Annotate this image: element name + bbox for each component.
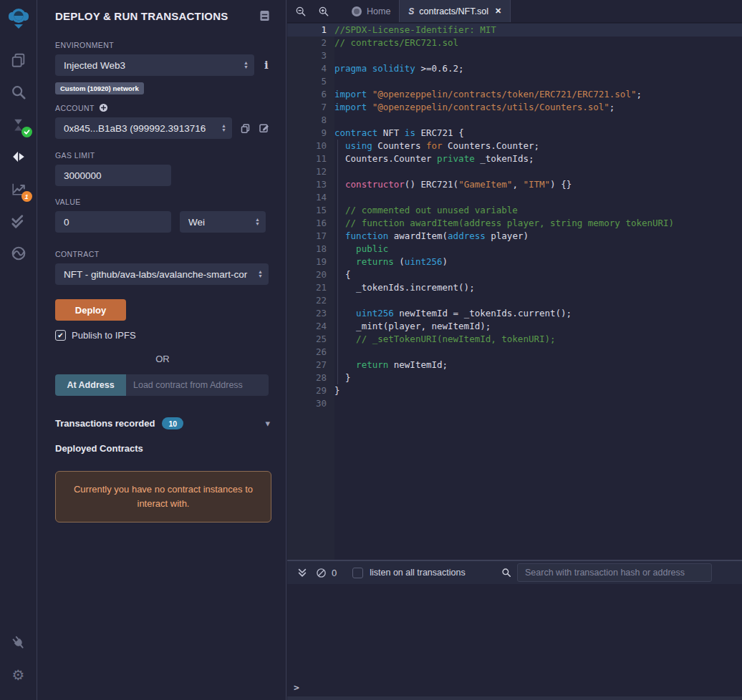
code-line[interactable]: 13 constructor() ERC721("GameItem", "ITM… (287, 178, 742, 191)
line-number[interactable]: 10 (287, 140, 327, 152)
zoom-out-icon[interactable] (292, 0, 310, 22)
line-number[interactable]: 3 (287, 49, 327, 62)
tab-home[interactable]: Home (343, 0, 399, 22)
deploy-button[interactable]: Deploy (55, 299, 126, 321)
terminal-output[interactable]: > (287, 584, 742, 700)
code-line[interactable]: 23 uint256 newItemId = _tokenIds.current… (287, 307, 742, 320)
gas-limit-input[interactable] (55, 165, 171, 186)
code-line[interactable]: 3 (287, 49, 742, 62)
code-line[interactable]: 2// contracts/ERC721.sol (287, 37, 742, 49)
code-line[interactable]: 10 using Counters for Counters.Counter; (287, 140, 742, 152)
line-number[interactable]: 30 (287, 397, 327, 410)
code-line[interactable]: 4pragma solidity >=0.6.2; (287, 62, 742, 75)
code-line[interactable]: 7import "@openzeppelin/contracts/utils/C… (287, 101, 742, 114)
sourcify-icon[interactable] (4, 240, 33, 266)
code-line-text: uint256 newItemId = _tokenIds.current(); (327, 307, 572, 320)
code-line[interactable]: 25 // _setTokenURI(newItemId, tokenURI); (287, 333, 742, 346)
line-number[interactable]: 1 (287, 24, 327, 37)
line-number[interactable]: 27 (287, 359, 327, 371)
code-line[interactable]: 12 (287, 165, 742, 178)
line-number[interactable]: 19 (287, 256, 327, 268)
code-line[interactable]: 28 } (287, 371, 742, 384)
line-number[interactable]: 20 (287, 268, 327, 281)
line-number[interactable]: 26 (287, 346, 327, 359)
code-line[interactable]: 27 return newItemId; (287, 359, 742, 371)
environment-info-icon[interactable]: i (264, 59, 269, 72)
line-number[interactable]: 29 (287, 384, 327, 397)
code-line[interactable]: 9contract NFT is ERC721 { (287, 127, 742, 140)
publish-ipfs-checkbox[interactable]: ✔ (55, 330, 66, 341)
line-number[interactable]: 17 (287, 230, 327, 243)
clear-console-icon[interactable] (312, 563, 330, 582)
code-line[interactable]: 29} (287, 384, 742, 397)
zoom-in-icon[interactable] (314, 0, 333, 22)
search-icon[interactable] (4, 79, 33, 105)
code-line[interactable]: 6import "@openzeppelin/contracts/token/E… (287, 88, 742, 101)
plugin-manager-icon[interactable] (4, 630, 33, 656)
deploy-run-icon[interactable] (4, 144, 33, 170)
line-number[interactable]: 6 (287, 88, 327, 101)
value-input[interactable] (55, 211, 171, 233)
line-number[interactable]: 9 (287, 127, 327, 140)
add-account-icon[interactable] (99, 103, 108, 112)
code-line[interactable]: 15 // commented out unused variable (287, 204, 742, 217)
account-select[interactable]: 0x845...B1aB3 (999992.3913716 ▲▼ (55, 117, 232, 139)
code-line[interactable]: 18 public (287, 243, 742, 256)
listen-transactions-checkbox[interactable] (352, 568, 363, 578)
code-line[interactable]: 14 (287, 191, 742, 204)
code-line[interactable]: 17 function awardItem(address player) (287, 230, 742, 243)
documentation-book-icon[interactable] (259, 10, 270, 22)
settings-gear-icon[interactable]: ⚙ (4, 662, 33, 688)
line-number[interactable]: 8 (287, 114, 327, 127)
line-number[interactable]: 28 (287, 371, 327, 384)
code-line[interactable]: 26 (287, 346, 742, 359)
code-line[interactable]: 21 _tokenIds.increment(); (287, 281, 742, 294)
value-unit-select[interactable]: Wei ▲▼ (180, 211, 266, 233)
code-line[interactable]: 1//SPDX-License-Identifier: MIT (287, 24, 742, 37)
unit-testing-icon[interactable] (4, 208, 33, 234)
analytics-icon[interactable]: 1 (4, 176, 33, 202)
code-line[interactable]: 5 (287, 75, 742, 88)
file-explorer-icon[interactable] (4, 47, 33, 73)
line-number[interactable]: 22 (287, 294, 327, 307)
line-number[interactable]: 18 (287, 243, 327, 256)
close-tab-icon[interactable]: ✕ (495, 6, 501, 16)
line-number[interactable]: 21 (287, 281, 327, 294)
expand-terminal-icon[interactable] (293, 563, 312, 582)
copy-account-icon[interactable] (240, 123, 251, 134)
code-line[interactable]: 22 (287, 294, 742, 307)
code-line[interactable]: 30 (287, 397, 742, 410)
tab-contracts-nft-sol[interactable]: S contracts/NFT.sol ✕ (399, 0, 511, 22)
line-number[interactable]: 12 (287, 165, 327, 178)
code-line[interactable]: 8 (287, 114, 742, 127)
line-number[interactable]: 5 (287, 75, 327, 88)
code-line[interactable]: 16 // function awardItem(address player,… (287, 217, 742, 230)
line-number[interactable]: 11 (287, 152, 327, 165)
line-number[interactable]: 2 (287, 37, 327, 49)
solidity-compiler-icon[interactable] (4, 112, 33, 137)
code-line[interactable]: 11 Counters.Counter private _tokenIds; (287, 152, 742, 165)
code-line[interactable]: 24 _mint(player, newItemId); (287, 320, 742, 333)
line-number[interactable]: 23 (287, 307, 327, 320)
line-number[interactable]: 24 (287, 320, 327, 333)
at-address-input[interactable] (126, 374, 269, 396)
sign-message-icon[interactable] (259, 122, 270, 134)
code-line[interactable]: 20 { (287, 268, 742, 281)
chevron-down-icon[interactable]: ▾ (265, 418, 270, 429)
at-address-button[interactable]: At Address (55, 374, 126, 396)
terminal-scrollbar[interactable] (287, 696, 742, 700)
line-number[interactable]: 14 (287, 191, 327, 204)
line-number[interactable]: 4 (287, 62, 327, 75)
line-number[interactable]: 25 (287, 333, 327, 346)
transactions-recorded-label: Transactions recorded (55, 418, 155, 429)
terminal-search-input[interactable] (517, 563, 712, 582)
environment-select[interactable]: Injected Web3 ▲▼ (55, 54, 254, 76)
line-number[interactable]: 15 (287, 204, 327, 217)
line-number[interactable]: 16 (287, 217, 327, 230)
code-line[interactable]: 19 returns (uint256) (287, 256, 742, 268)
remix-logo-icon[interactable] (0, 0, 37, 37)
code-editor[interactable]: 1//SPDX-License-Identifier: MIT2// contr… (287, 24, 742, 560)
line-number[interactable]: 7 (287, 101, 327, 114)
contract-select[interactable]: NFT - github/ava-labs/avalanche-smart-co… (55, 263, 269, 285)
line-number[interactable]: 13 (287, 178, 327, 191)
